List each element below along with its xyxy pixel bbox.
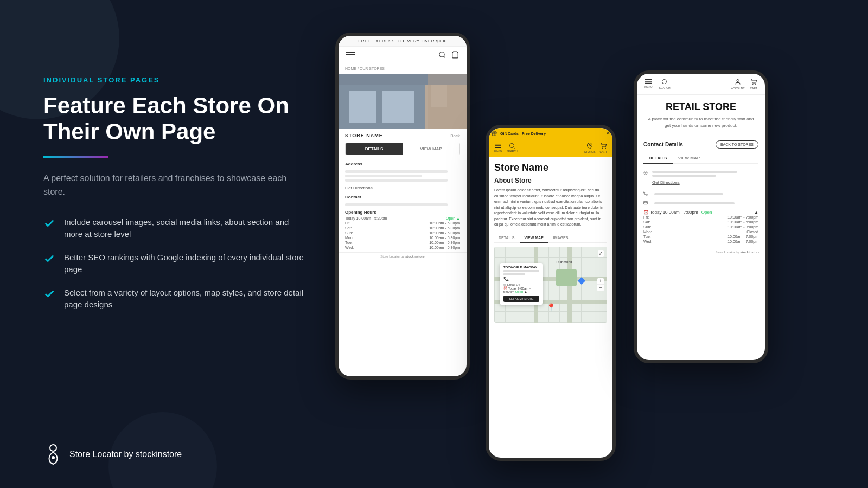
svg-line-18 [513,147,514,148]
svg-point-20 [602,148,603,149]
feature-text-1: Include carousel images, social media li… [64,216,304,241]
svg-line-3 [444,56,445,58]
svg-point-17 [510,144,514,148]
store-image-overlay [428,74,467,129]
brand-text: Store Locator by stockinstore [69,450,182,459]
check-icon-2 [43,253,55,265]
footer-brand: Store Locator by stockinstore [43,442,182,466]
phone3-phone-row [637,189,765,199]
phone3-tabs: DETAILS VIEW MAP [643,153,758,164]
phone2-menu-icon[interactable]: MENU [494,143,502,152]
phone1-hours-today: Today 10:00am - 5:30pm Open ▲ [339,216,467,221]
zoom-in-button[interactable]: + [597,278,604,285]
popup-line-2 [503,273,525,275]
phone3-hour-fri: Fri: 10:00am - 7:00pm [643,215,758,220]
svg-point-28 [752,84,753,85]
zoom-out-button[interactable]: − [597,285,604,291]
gift-icon [492,131,497,136]
phone2-store-name: Store Name [494,162,607,174]
back-to-stores-button[interactable]: BACK TO STORES [716,140,758,149]
phone1-tabs: DETAILS VIEW MAP [345,143,460,155]
section-description: A perfect solution for retailers and fra… [43,171,304,199]
svg-point-29 [756,84,756,85]
cart-icon[interactable] [451,51,459,59]
banner-close[interactable]: ✕ [607,131,610,136]
brand-logo-icon [43,442,63,466]
phone-icon [643,191,649,197]
address-line-b [652,175,716,177]
phone3-contact-header: Contact Details BACK TO STORES [637,136,765,153]
phone1-store-image [339,74,467,129]
phone1-tab-details[interactable]: DETAILS [346,143,403,155]
hour-sat: Sat: 10:00am - 5:30pm [339,226,467,230]
phone2-nav: MENU SEARCH STORES [489,139,612,157]
check-icon-1 [43,217,55,229]
svg-point-19 [589,145,591,146]
address-line-2 [345,175,422,177]
search-icon[interactable] [438,51,446,59]
svg-rect-7 [349,91,376,123]
map-store-popup: TOYWORLD MACKAY 📞 ✉ Email Us ⏰ Today 9:0… [500,263,543,305]
hour-mon: Mon: 10:00am - 5:30pm [339,235,467,240]
phone3-account[interactable]: ACCOUNT [731,78,745,90]
phone2-search-icon[interactable]: SEARCH [507,143,518,153]
map-pin: 📍 [546,303,556,312]
phone3-hour-sun: Sun: 10:00am - 3:00pm [643,224,758,229]
phone2-content: Store Name About Store Lorem ipsum dolor… [489,157,612,328]
email-icon [643,201,649,206]
address-lines [652,171,758,177]
phone1-back-link[interactable]: Back [450,133,460,138]
hour-fri: Fri: 10:00am - 5:30pm [339,221,467,226]
phone2-tab-details[interactable]: DETAILS [494,233,519,243]
address-line-a [652,171,737,173]
phone3-hour-sat: Sat: 10:00am - 5:00pm [643,220,758,224]
popup-set-store-button[interactable]: SET AS MY STORE [503,296,539,302]
phone1-get-directions[interactable]: Get Directions [339,183,467,192]
phone2-location-icon[interactable]: STORES [584,142,595,153]
svg-point-2 [439,52,444,57]
phone1-tab-map[interactable]: VIEW MAP [403,143,459,155]
hamburger-menu-icon[interactable] [346,52,355,58]
popup-line-1 [503,270,539,272]
nav-icons-right [438,51,459,59]
open-badge: Open ▲ [446,216,460,220]
address-line-1 [345,170,448,173]
svg-point-30 [645,172,646,173]
phone2-tabs: DETAILS VIEW MAP IMAGES [494,233,607,243]
phone3-tab-map[interactable]: VIEW MAP [673,153,705,164]
phone2-cart-icon[interactable]: CART [599,142,607,153]
contact-line-1 [345,203,448,206]
hour-wed: Wed: 10:00am - 5:30pm [339,245,467,250]
svg-line-26 [666,83,667,84]
popup-hours: ⏰ Today 9:00am - 5:00pm Open ▲ [503,286,539,293]
map-park [556,269,576,286]
zoom-controls: + − [597,278,604,291]
phone3-cart[interactable]: CART [750,78,757,90]
phone3-menu[interactable]: MENU [644,79,653,89]
phone3-hour-wed: Wed: 10:00am - 7:00pm [643,239,758,244]
popup-store-title: TOYWORLD MACKAY [503,266,539,269]
phone1-breadcrumb: HOME / OUR STORES [339,63,467,74]
divider-accent [43,156,108,158]
svg-point-1 [52,456,55,459]
section-label: INDIVIDUAL STORE PAGES [43,76,304,84]
feature-text-3: Select from a variety of layout options,… [64,287,304,311]
phone2-description: Lorem ipsum dolor sit amet, consectetur … [494,188,607,228]
phone3-address-row [637,169,765,178]
phone3-search[interactable]: SEARCH [659,79,671,89]
phone3-tab-details[interactable]: DETAILS [643,153,673,164]
phone3-hour-mon: Mon: Closed [643,229,758,234]
phone3-get-directions[interactable]: Get Directions [637,178,765,189]
phone1-store-name: STORE NAME [345,133,383,138]
phone2-tab-map[interactable]: VIEW MAP [520,233,547,243]
phone2-tab-images[interactable]: IMAGES [549,233,573,243]
expand-icon[interactable]: ⤢ [598,250,604,257]
hours-expand-arrow[interactable]: ▲ [754,210,758,215]
phone3-hour-tue: Tue: 10:00am - 7:00pm [643,234,758,239]
svg-point-21 [605,148,606,149]
contact-details-label: Contact Details [643,142,683,147]
phone-mockup-2: Gift Cards - Free Delivery ✕ MENU SEARCH [486,125,616,461]
location-icon [643,170,649,177]
popup-email[interactable]: ✉ Email Us [503,282,539,286]
hour-tue: Tue: 10:00am - 5:30pm [339,240,467,245]
